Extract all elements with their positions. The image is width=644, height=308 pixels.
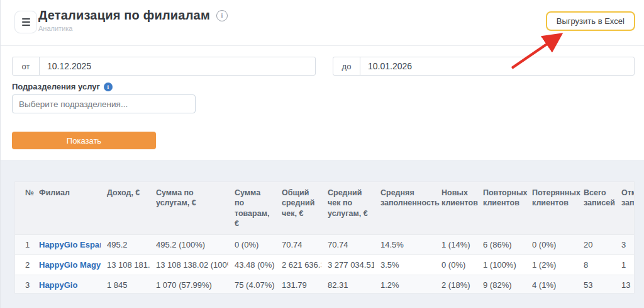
table-cell: 3 277 034.51: [321, 255, 374, 275]
date-from-input[interactable]: [40, 57, 315, 75]
branch-link[interactable]: HappyGio Magyar: [39, 260, 101, 270]
filters-panel: от до Подразделения услуг i Показать: [1, 46, 644, 160]
table-cell: 0 (0%): [526, 235, 577, 255]
table-cell: 1 070 (57.99%): [150, 275, 228, 294]
table-header-row: №ФилиалДоход, €Сумма по услугам, €Сумма …: [15, 182, 635, 235]
table-cell: 43.48 (0%): [228, 255, 275, 275]
table-row: 1HappyGio España495.2495.2 (100%)0 (0%)7…: [15, 235, 635, 255]
info-icon[interactable]: i: [216, 10, 228, 21]
title-block: Детализация по филиалам i Аналитика: [38, 8, 228, 32]
table-body: 1HappyGio España495.2495.2 (100%)0 (0%)7…: [15, 235, 635, 294]
departments-label: Подразделения услуг i: [12, 82, 113, 91]
analytics-page: Детализация по филиалам i Аналитика Выгр…: [0, 0, 644, 308]
show-button[interactable]: Показать: [12, 132, 156, 149]
column-header: Средняя заполненность: [374, 182, 435, 235]
table-cell: 20: [577, 235, 615, 255]
table-cell: 1: [15, 235, 33, 255]
table-cell: 13: [615, 275, 635, 294]
departments-select[interactable]: [12, 94, 196, 113]
table-cell: 131.79: [275, 275, 321, 294]
column-header: Общий средний чек, €: [275, 182, 321, 235]
table-cell: 4 (1%): [526, 275, 577, 294]
column-header: Средний чек по услугам, €: [321, 182, 374, 235]
table-cell: 70.74: [321, 235, 374, 255]
table-cell: 1: [615, 255, 635, 275]
branches-table: №ФилиалДоход, €Сумма по услугам, €Сумма …: [15, 182, 635, 294]
date-to-group: до: [333, 57, 635, 76]
table-cell: 1 (2%): [526, 255, 577, 275]
table-cell: 82.31: [321, 275, 374, 294]
branch-cell: HappyGio Magyar: [33, 255, 101, 275]
table-cell: 2 621 636.3: [275, 255, 321, 275]
table-cell: 1.2%: [374, 275, 435, 294]
table-cell: 9 (82%): [477, 275, 526, 294]
table-cell: 8: [577, 255, 615, 275]
column-header: Сумма по товарам, €: [228, 182, 275, 235]
branch-link[interactable]: HappyGio España: [39, 240, 101, 249]
branch-cell: HappyGio: [33, 275, 101, 294]
hamburger-menu-button[interactable]: [14, 11, 37, 33]
breadcrumb: Аналитика: [38, 25, 228, 32]
table-cell: 1 (100%): [477, 255, 526, 275]
column-header: Повторных клиентов: [477, 182, 526, 235]
table-cell: 3: [615, 235, 635, 255]
table-cell: 1 845: [101, 275, 150, 294]
date-to-input[interactable]: [360, 57, 634, 75]
column-header: Сумма по услугам, €: [150, 182, 228, 235]
page-header: Детализация по филиалам i Аналитика Выгр…: [1, 0, 644, 46]
table-cell: 1 (14%): [435, 235, 477, 255]
table-cell: 2: [15, 255, 33, 275]
table-cell: 3: [15, 275, 33, 294]
table-cell: 495.2 (100%): [150, 235, 228, 255]
table-row: 2HappyGio Magyar13 108 181.513 108 138.0…: [15, 255, 635, 275]
branch-cell: HappyGio España: [33, 235, 101, 255]
column-header: Филиал: [33, 182, 101, 235]
column-header: №: [15, 182, 33, 235]
hamburger-icon: [22, 18, 30, 20]
table-cell: 14.5%: [374, 235, 435, 255]
table-cell: 2 (18%): [435, 275, 477, 294]
branches-table-card: №ФилиалДоход, €Сумма по услугам, €Сумма …: [14, 181, 635, 294]
date-to-label: до: [333, 57, 360, 75]
table-cell: 0 (0%): [228, 235, 275, 255]
column-header: Потерянных клиентов: [526, 182, 577, 235]
column-header: Доход, €: [101, 182, 150, 235]
column-header: Всего записей: [577, 182, 615, 235]
table-cell: 13 108 181.5: [101, 255, 150, 275]
table-cell: 0 (0%): [435, 255, 477, 275]
table-cell: 495.2: [101, 235, 150, 255]
column-header: Отменённых записей: [615, 182, 635, 235]
table-cell: 6 (86%): [477, 235, 526, 255]
table-cell: 70.74: [275, 235, 321, 255]
table-cell: 53: [577, 275, 615, 294]
export-excel-button[interactable]: Выгрузить в Excel: [546, 11, 635, 31]
departments-info-icon[interactable]: i: [104, 83, 113, 91]
table-cell: 75 (4.07%): [228, 275, 275, 294]
page-title: Детализация по филиалам: [38, 8, 210, 23]
table-cell: 13 108 138.02 (100%): [150, 255, 228, 275]
table-row: 3HappyGio1 8451 070 (57.99%)75 (4.07%)13…: [15, 275, 635, 294]
column-header: Новых клиентов: [435, 182, 477, 235]
branch-link[interactable]: HappyGio: [39, 280, 77, 290]
date-from-label: от: [13, 57, 40, 75]
table-cell: 3.5%: [374, 255, 435, 275]
date-from-group: от: [12, 57, 316, 76]
